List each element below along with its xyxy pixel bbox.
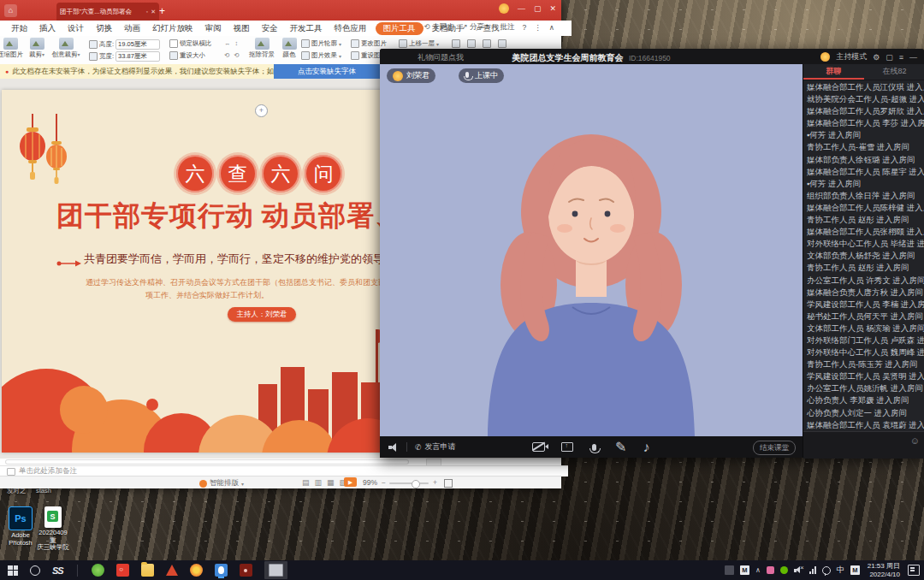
document-tab[interactable]: 团干部"六查...动员部署会 ◦ ✕ <box>56 3 159 21</box>
microphone-icon[interactable] <box>592 444 596 451</box>
install-fonts-button[interactable]: 点击安装缺失字体 <box>274 64 380 79</box>
camera-off-icon[interactable] <box>532 442 545 452</box>
app-icon-flame[interactable] <box>166 565 178 576</box>
menu-item[interactable]: 切换 <box>90 23 118 34</box>
screen-share-icon[interactable] <box>561 442 573 452</box>
more-button[interactable]: ⋮ <box>534 23 542 32</box>
slideshow-play-button[interactable]: ▶ <box>344 477 357 487</box>
minimize-icon[interactable]: — <box>909 53 917 62</box>
lock-aspect-checkbox[interactable]: M 锁定纵横比 <box>169 39 212 48</box>
flip-buttons-row1[interactable]: ↔↕ <box>224 39 238 47</box>
network-icon[interactable] <box>809 566 816 574</box>
app-icon-fire[interactable] <box>190 564 203 577</box>
menu-item[interactable]: 插入 <box>33 23 62 34</box>
end-class-button[interactable]: 结束课堂 <box>753 441 796 455</box>
search-button[interactable] <box>30 565 40 576</box>
desktop-icon-photoshop[interactable]: Ps AdobePhotosh <box>5 506 36 547</box>
tray-pink-icon[interactable] <box>767 566 774 574</box>
arrange-icons[interactable] <box>452 39 506 48</box>
notification-center-icon[interactable] <box>908 565 920 576</box>
maximize-button[interactable]: ▢ <box>534 4 542 13</box>
move-up-layer-button[interactable]: 上移一层▾ <box>399 39 439 48</box>
compress-picture-button[interactable]: 压缩图片 <box>0 38 27 59</box>
app-icon-darkred[interactable] <box>240 564 252 577</box>
new-tab-button[interactable]: + <box>159 5 165 17</box>
zoom-out-button[interactable]: − <box>382 478 386 487</box>
music-icon[interactable]: ♪ <box>643 440 649 455</box>
desktop-icon-label-partial-2[interactable]: stash <box>36 488 51 495</box>
tab-close-icon[interactable]: ✕ <box>151 9 156 15</box>
sync-status[interactable]: ⟲ 未同步 <box>424 22 454 33</box>
rotate-handle[interactable]: + <box>255 104 268 117</box>
app-icon-green[interactable] <box>92 564 104 577</box>
chat-input-bar[interactable]: ☺ <box>803 431 924 459</box>
tab-pin-icon[interactable]: ◦ <box>146 9 148 15</box>
height-input[interactable]: 19.05厘米 <box>116 39 160 50</box>
menu-item[interactable]: 特色应用 <box>329 23 373 34</box>
file-explorer-icon[interactable] <box>141 564 154 577</box>
tab-group-chat[interactable]: 群聊 <box>803 64 864 80</box>
user-avatar[interactable] <box>499 3 509 14</box>
popout-icon[interactable]: ▢ <box>886 53 893 62</box>
tab-online-count[interactable]: 在线82 <box>864 64 924 80</box>
width-input[interactable]: 33.87厘米 <box>116 51 160 62</box>
tray-green-icon[interactable] <box>780 566 788 574</box>
home-icon[interactable]: ⌂ <box>4 4 17 17</box>
menu-item[interactable]: 视图 <box>228 23 256 34</box>
smart-format-button[interactable]: 智能排版 ▾ <box>199 478 244 488</box>
speaker-name-badge[interactable]: 刘荣君 <box>387 68 435 83</box>
reading-view-icon[interactable]: ▦ <box>327 478 335 487</box>
active-app-button[interactable] <box>264 561 287 579</box>
app-icon-messenger-running[interactable] <box>215 564 228 577</box>
help-button[interactable]: ? <box>523 23 527 32</box>
menu-item[interactable]: 幻灯片放映 <box>146 23 199 34</box>
tab-picture-tools[interactable]: 图片工具 <box>376 22 424 35</box>
host-mode-label[interactable]: 主持模式 <box>836 51 867 62</box>
app-icon-security[interactable] <box>116 564 129 577</box>
app-icon-ss[interactable]: SS <box>52 565 63 576</box>
minimize-button[interactable]: — <box>518 4 525 13</box>
emoji-icon[interactable]: ☺ <box>910 435 920 446</box>
start-button[interactable] <box>8 565 18 576</box>
zoom-in-button[interactable]: + <box>433 478 437 487</box>
ime-indicator[interactable]: 中 <box>837 565 844 576</box>
remove-background-button[interactable]: 抠除背景 <box>246 38 277 59</box>
speak-request-button[interactable]: ✆ 发言申请 <box>415 441 456 453</box>
menu-item[interactable]: 设计 <box>62 23 90 34</box>
speaker-volume-icon[interactable] <box>388 443 399 452</box>
tray-app-icon[interactable] <box>725 565 734 575</box>
picture-effects-button[interactable]: 图片效果▾ <box>301 51 341 60</box>
menu-item[interactable]: 开始 <box>5 23 33 34</box>
volume-muted-icon[interactable] <box>794 566 803 574</box>
menu-item[interactable]: 审阅 <box>199 23 228 34</box>
change-picture-button[interactable]: 更改图片 <box>351 39 387 48</box>
ime-mode-badge[interactable]: M <box>850 565 860 575</box>
collapse-ribbon-button[interactable]: ∧ <box>549 23 554 32</box>
creative-crop-button[interactable]: 创意裁剪▾ <box>48 38 84 59</box>
menu-icon[interactable]: ≡ <box>899 53 903 62</box>
annotate-icon[interactable]: ✎ <box>615 439 626 455</box>
host-avatar[interactable] <box>820 52 830 62</box>
color-button[interactable]: 颜色 <box>279 38 299 59</box>
zoom-percent[interactable]: 99% <box>363 478 377 487</box>
menu-item[interactable]: 动画 <box>118 23 146 34</box>
zoom-slider-knob[interactable] <box>412 480 420 488</box>
device-icon[interactable] <box>822 566 831 575</box>
normal-view-icon[interactable]: ▤ <box>302 478 310 487</box>
reset-size-button[interactable]: 重设大小 <box>169 51 205 60</box>
close-button[interactable]: ✕ <box>549 4 556 13</box>
settings-gear-icon[interactable]: ⚙ <box>873 53 880 62</box>
picture-outline-button[interactable]: 图片轮廓▾ <box>301 39 341 48</box>
desktop-icon-label-partial-1[interactable]: 发对之 <box>7 488 27 495</box>
flip-buttons-row2[interactable]: ⟲⟲ <box>224 51 240 59</box>
crop-button[interactable]: 裁剪▾ <box>26 38 48 59</box>
slide-sorter-icon[interactable]: ▥ <box>315 478 323 487</box>
clock[interactable]: 21:53 周日 2022/4/10 <box>868 562 900 578</box>
menu-item[interactable]: 安全 <box>256 23 284 34</box>
menu-item[interactable]: 开发工具 <box>284 23 329 34</box>
annotate-button[interactable]: ✎ 批注 <box>492 22 515 33</box>
zoom-slider[interactable] <box>389 482 429 484</box>
tray-expand-chevron[interactable]: ∧ <box>755 566 761 574</box>
tray-m-badge[interactable]: M <box>740 565 749 575</box>
share-button[interactable]: ↗ 分享 <box>462 22 485 33</box>
